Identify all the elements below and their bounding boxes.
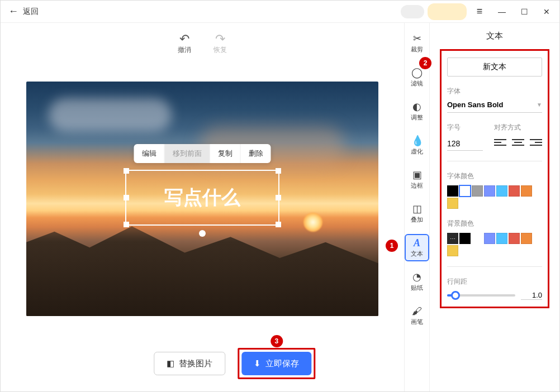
tool-overlay-label: 叠加 xyxy=(411,216,423,224)
bg-color-swatch-1[interactable] xyxy=(459,233,471,244)
font-name: Open Sans Bold xyxy=(447,101,503,109)
redo-label: 恢复 xyxy=(213,45,227,55)
tool-filter-label: 滤镜 xyxy=(411,79,423,88)
minimize-button[interactable]: — xyxy=(492,3,511,21)
font-color-swatch-7[interactable] xyxy=(447,198,458,209)
font-label: 字体 xyxy=(447,87,542,96)
chevron-down-icon: ▼ xyxy=(537,102,542,108)
maximize-button[interactable]: ☐ xyxy=(515,3,534,21)
font-select[interactable]: Open Sans Bold ▼ xyxy=(447,101,542,113)
panel-title: 文本 xyxy=(440,31,549,41)
tool-adjust-label: 调整 xyxy=(411,113,423,122)
resize-handle-tr[interactable] xyxy=(276,168,281,174)
font-color-swatch-6[interactable] xyxy=(521,185,532,197)
tool-blur-label: 虚化 xyxy=(411,147,423,156)
border-icon: ▣ xyxy=(411,169,423,180)
font-color-swatches xyxy=(447,185,542,209)
font-color-label: 字体颜色 xyxy=(447,171,542,181)
size-label: 字号 xyxy=(447,123,483,132)
account-pill[interactable] xyxy=(428,3,467,20)
bg-color-swatch-3[interactable] xyxy=(484,233,495,244)
text-element[interactable]: 写点什么 xyxy=(125,170,279,226)
sticker-icon: ◔ xyxy=(411,271,423,283)
arrow-left-icon: ← xyxy=(8,6,18,17)
tool-brush-label: 画笔 xyxy=(411,318,423,326)
tool-blur[interactable]: 💧 虚化 xyxy=(406,133,428,158)
tool-filter[interactable]: 2 ◯ 滤镜 xyxy=(406,65,428,90)
tool-brush[interactable]: 🖌 画笔 xyxy=(406,303,428,328)
new-text-button[interactable]: 新文本 xyxy=(447,58,542,77)
bg-color-swatch-0[interactable]: ⋯ xyxy=(447,233,458,244)
bg-color-swatch-6[interactable] xyxy=(521,233,532,244)
resize-handle-tl[interactable] xyxy=(124,168,129,174)
font-color-swatch-5[interactable] xyxy=(509,185,520,197)
bg-color-swatches: ⋯ xyxy=(447,233,542,256)
tool-sticker-label: 贴纸 xyxy=(411,284,423,292)
bg-color-swatch-4[interactable] xyxy=(496,233,507,244)
save-button[interactable]: ⬇ 立即保存 xyxy=(241,352,311,375)
hamburger-menu-button[interactable]: ≡ xyxy=(470,3,489,21)
replace-image-button[interactable]: ◧ 替换图片 xyxy=(154,352,225,375)
marker-2: 2 xyxy=(419,57,431,69)
marker-1: 1 xyxy=(386,240,398,252)
font-size-input[interactable] xyxy=(447,137,483,151)
resize-handle-ml[interactable] xyxy=(124,195,129,200)
bg-color-label: 背景颜色 xyxy=(447,219,542,228)
filter-icon: ◯ xyxy=(411,67,423,78)
text-copy-button[interactable]: 复制 xyxy=(210,144,241,163)
brush-icon: 🖌 xyxy=(411,305,423,317)
tool-crop-label: 裁剪 xyxy=(411,45,423,54)
align-label: 对齐方式 xyxy=(494,123,542,132)
blur-icon: 💧 xyxy=(411,135,423,146)
toggle-pill[interactable] xyxy=(401,5,424,18)
align-left-button[interactable] xyxy=(494,137,506,148)
marker-3: 3 xyxy=(270,335,283,347)
font-color-swatch-3[interactable] xyxy=(484,185,495,197)
overlay-icon: ◫ xyxy=(411,203,423,214)
line-spacing-value: 1.0 xyxy=(521,291,542,300)
redo-button: ↷ 恢复 xyxy=(213,33,227,55)
tool-border[interactable]: ▣ 边框 xyxy=(406,167,428,192)
save-label: 立即保存 xyxy=(265,358,299,369)
line-spacing-slider[interactable] xyxy=(447,294,515,297)
redo-icon: ↷ xyxy=(215,33,225,45)
text-bring-front-button[interactable]: 移到前面 xyxy=(165,144,210,163)
align-right-button[interactable] xyxy=(530,137,542,148)
adjust-icon: ◐ xyxy=(411,101,423,112)
undo-label: 撤消 xyxy=(178,45,191,55)
close-button[interactable]: ✕ xyxy=(537,3,556,21)
text-icon: A xyxy=(411,237,423,248)
tool-sticker[interactable]: ◔ 贴纸 xyxy=(406,269,428,294)
text-context-toolbar: 编辑 移到前面 复制 删除 xyxy=(134,144,271,163)
back-button[interactable]: ← 返回 xyxy=(1,6,46,17)
crop-icon: ✂ xyxy=(411,33,423,44)
replace-icon: ◧ xyxy=(167,358,174,369)
font-color-swatch-1[interactable] xyxy=(459,185,471,197)
undo-button[interactable]: ↶ 撤消 xyxy=(178,33,191,55)
font-color-swatch-4[interactable] xyxy=(496,185,507,197)
align-center-button[interactable] xyxy=(512,137,524,148)
resize-handle-bl[interactable] xyxy=(124,222,129,227)
tool-crop[interactable]: ✂ 裁剪 xyxy=(406,31,428,56)
tool-adjust[interactable]: ◐ 调整 xyxy=(406,99,428,124)
replace-label: 替换图片 xyxy=(179,358,212,369)
back-label: 返回 xyxy=(23,7,39,17)
download-icon: ⬇ xyxy=(254,358,261,369)
tool-border-label: 边框 xyxy=(411,181,423,190)
rotate-handle[interactable] xyxy=(199,230,206,237)
tool-text-label: 文本 xyxy=(411,250,423,258)
font-color-swatch-2[interactable] xyxy=(472,185,483,197)
bg-color-swatch-7[interactable] xyxy=(447,245,458,256)
resize-handle-br[interactable] xyxy=(276,222,281,227)
text-element-content: 写点什么 xyxy=(164,185,240,211)
text-edit-button[interactable]: 编辑 xyxy=(134,144,165,163)
tool-text[interactable]: 1 A 文本 xyxy=(406,235,428,260)
text-delete-button[interactable]: 删除 xyxy=(241,144,271,163)
font-color-swatch-0[interactable] xyxy=(447,185,458,197)
bg-color-swatch-5[interactable] xyxy=(509,233,520,244)
tool-overlay[interactable]: ◫ 叠加 xyxy=(406,201,428,226)
undo-icon: ↶ xyxy=(179,33,189,45)
resize-handle-mr[interactable] xyxy=(276,195,281,200)
line-spacing-label: 行间距 xyxy=(447,277,542,286)
